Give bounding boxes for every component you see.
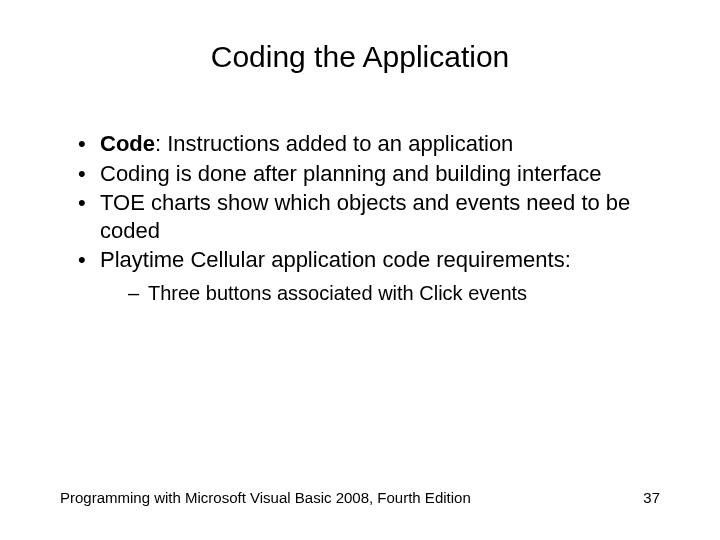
bullet-text: Coding is done after planning and buildi… <box>100 161 601 186</box>
footer-text: Programming with Microsoft Visual Basic … <box>60 489 471 506</box>
slide: Coding the Application Code: Instruction… <box>0 0 720 540</box>
bullet-text: Playtime Cellular application code requi… <box>100 247 571 272</box>
bullet-list: Code: Instructions added to an applicati… <box>60 130 660 306</box>
bullet-item: Code: Instructions added to an applicati… <box>78 130 660 158</box>
bullet-item: TOE charts show which objects and events… <box>78 189 660 244</box>
page-number: 37 <box>643 489 660 506</box>
slide-title: Coding the Application <box>60 40 660 74</box>
term-code: Code <box>100 131 155 156</box>
footer: Programming with Microsoft Visual Basic … <box>60 489 660 506</box>
sub-bullet-list: Three buttons associated with Click even… <box>100 280 660 306</box>
sub-bullet-item: Three buttons associated with Click even… <box>128 280 660 306</box>
sub-bullet-text: Three buttons associated with Click even… <box>148 282 527 304</box>
bullet-item: Playtime Cellular application code requi… <box>78 246 660 306</box>
bullet-text: TOE charts show which objects and events… <box>100 190 630 243</box>
bullet-item: Coding is done after planning and buildi… <box>78 160 660 188</box>
bullet-text: : Instructions added to an application <box>155 131 513 156</box>
